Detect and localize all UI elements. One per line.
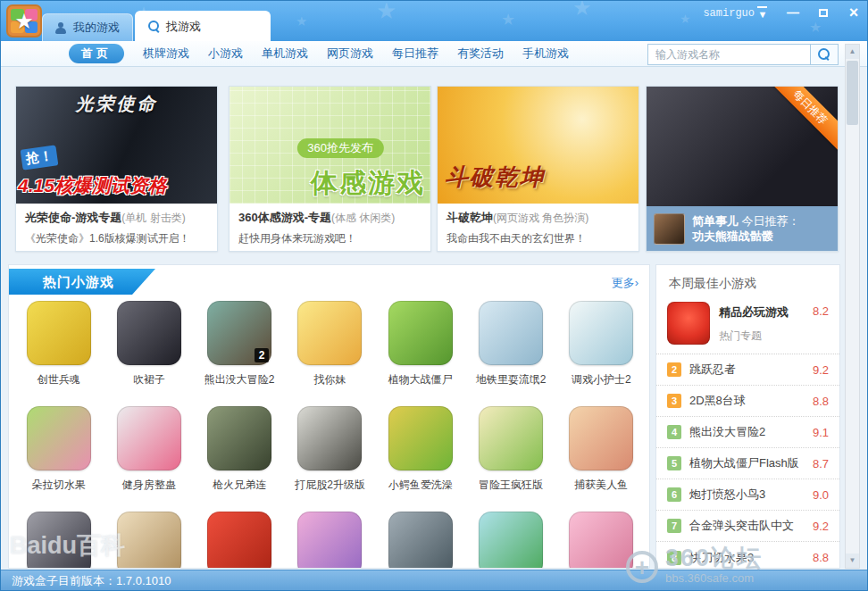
tab-my-games[interactable]: 我的游戏	[42, 13, 133, 41]
search-input[interactable]	[647, 44, 810, 65]
ranked-game-item[interactable]: 7 合金弹头突击队中文 9.2	[656, 511, 839, 542]
game-item[interactable]	[13, 512, 104, 569]
version-text: 游戏盒子目前版本：1.7.0.1010	[12, 574, 171, 587]
banner-title: 光荣使命-游戏专题	[25, 211, 121, 224]
banner-desc: 《光荣使命》1.6版核爆测试开启！	[25, 231, 208, 246]
ranked-game-item[interactable]: 6 炮打愤怒小鸟3 9.0	[656, 479, 839, 511]
game-icon	[569, 301, 633, 365]
ranked-game-item[interactable]: 3 2D黑8台球 8.8	[656, 386, 839, 417]
nav-mini-games[interactable]: 小游戏	[208, 46, 243, 62]
ranked-game-score: 8.8	[813, 551, 829, 564]
game-item[interactable]: 打屁股2升级版	[285, 406, 375, 493]
game-item[interactable]: 植物大战僵尸	[375, 301, 465, 387]
game-item[interactable]: 朵拉切水果	[13, 406, 104, 493]
game-item[interactable]: 枪火兄弟连	[195, 406, 285, 493]
banner-category: (网页游戏 角色扮演)	[493, 212, 588, 224]
star-decoration	[572, 0, 592, 21]
star-decoration	[809, 19, 822, 36]
ranked-game-item[interactable]: 8 快刀切水果3 8.8	[656, 542, 839, 569]
game-item[interactable]: 健身房整蛊	[104, 406, 194, 493]
game-name: 创世兵魂	[13, 372, 104, 387]
game-icon	[388, 512, 453, 569]
vertical-scrollbar[interactable]: ▲ ▼	[845, 44, 860, 569]
scrollbar-thumb[interactable]	[847, 61, 858, 125]
ranked-game-item[interactable]: 4 熊出没大冒险2 9.1	[656, 417, 839, 448]
ranked-game-name: 炮打愤怒小鸟3	[689, 487, 813, 503]
nav-daily-picks[interactable]: 每日推荐	[392, 46, 438, 62]
game-item[interactable]: 冒险王疯狂版	[465, 406, 555, 493]
banner-glorious-mission[interactable]: 光荣使命 抢！ 4.15核爆测试资格 光荣使命-游戏专题(单机 射击类) 《光荣…	[15, 86, 218, 252]
nav-prize-events[interactable]: 有奖活动	[457, 46, 504, 62]
banner-desc: 我命由我不由天的玄幻世界！	[447, 231, 630, 246]
scroll-up-button[interactable]: ▲	[846, 45, 859, 59]
ranked-game-score: 9.1	[813, 426, 829, 439]
rank-badge: 3	[667, 394, 681, 408]
featured-subtitle: 热门专题	[719, 329, 829, 344]
nav-home-button[interactable]: 首页	[69, 44, 124, 63]
game-icon	[479, 512, 543, 569]
ranked-game-item[interactable]: 2 跳跃忍者 9.2	[656, 354, 839, 386]
banner-category: (体感 休闲类)	[331, 212, 395, 224]
ranked-game-name: 合金弹头突击队中文	[689, 518, 813, 534]
avatar	[654, 213, 685, 245]
game-item[interactable]: 地铁里耍流氓2	[465, 301, 555, 387]
ranked-game-score: 9.2	[813, 363, 829, 377]
game-name: 调戏小护士2	[556, 372, 647, 387]
game-item[interactable]: 捕获美人鱼	[556, 406, 647, 493]
game-item[interactable]	[104, 512, 194, 569]
ranked-game-score: 8.7	[813, 457, 829, 470]
game-icon	[297, 301, 362, 365]
banner-desc: 赶快用身体来玩游戏吧！	[238, 231, 421, 246]
game-name: 植物大战僵尸	[375, 372, 465, 387]
ranked-game-name: 2D黑8台球	[689, 393, 813, 409]
banner-logo-text: 斗破乾坤	[445, 162, 545, 193]
banner-daily-pick[interactable]: 每日推荐 简单事儿 今日推荐： 功夫熊猫战骷髅	[646, 86, 839, 252]
game-item[interactable]: 找你妹	[285, 301, 375, 387]
tab-find-games[interactable]: 找游戏	[135, 11, 271, 41]
ranked-game-name: 熊出没大冒险2	[689, 424, 813, 440]
star-decoration	[680, 12, 691, 26]
featured-item[interactable]: 精品必玩游戏 8.2 热门专题	[656, 300, 839, 354]
banner-motion-games[interactable]: 360抢先发布 体感游戏 360体感游戏-专题(体感 休闲类) 赶快用身体来玩游…	[229, 86, 431, 252]
search-button[interactable]	[810, 44, 839, 65]
ranked-game-item[interactable]: 5 植物大战僵尸Flash版 8.7	[656, 448, 839, 479]
game-item[interactable]	[285, 512, 375, 569]
banner-title: 360体感游戏-专题	[238, 211, 331, 224]
scroll-down-button[interactable]: ▼	[846, 554, 859, 568]
maximize-button[interactable]	[815, 4, 831, 21]
close-button[interactable]: ×	[846, 4, 862, 21]
sidebar-title: 本周最佳小游戏	[656, 265, 839, 300]
game-item[interactable]: 小鳄鱼爱洗澡	[375, 406, 465, 493]
ranked-game-name: 植物大战僵尸Flash版	[689, 455, 813, 471]
game-item[interactable]: 吹裙子	[104, 301, 194, 387]
banner-desc: 功夫熊猫战骷髅	[692, 229, 800, 244]
game-item[interactable]	[465, 512, 555, 569]
banner-doupo-qiankun[interactable]: 斗破乾坤 斗破乾坤(网页游戏 角色扮演) 我命由我不由天的玄幻世界！	[437, 86, 639, 252]
app-logo[interactable]: ★	[6, 4, 42, 37]
game-item[interactable]	[556, 512, 647, 569]
nav-web-games[interactable]: 网页游戏	[327, 46, 373, 62]
nav-pc-games[interactable]: 单机游戏	[262, 46, 308, 62]
game-item[interactable]	[195, 512, 285, 569]
nav-mobile-games[interactable]: 手机游戏	[522, 46, 569, 62]
search-box	[647, 44, 839, 65]
game-name: 找你妹	[285, 372, 375, 387]
game-item[interactable]: 创世兵魂	[13, 301, 104, 387]
chevron-down-icon: ▼	[758, 9, 768, 20]
game-item[interactable]: 调戏小护士2	[556, 301, 647, 387]
game-icon	[27, 406, 91, 470]
skin-menu-button[interactable]: ▼	[755, 4, 771, 21]
person-icon	[55, 22, 67, 34]
banner-image: 斗破乾坤	[438, 87, 638, 204]
featured-score: 8.2	[813, 304, 829, 320]
nav-board-games[interactable]: 棋牌游戏	[143, 46, 189, 62]
more-label: 更多	[612, 276, 635, 289]
rank-badge: 6	[667, 487, 681, 502]
minimize-button[interactable]: —	[785, 4, 801, 21]
more-link[interactable]: 更多›	[612, 275, 638, 291]
game-item[interactable]	[375, 512, 465, 569]
game-icon	[479, 406, 543, 470]
game-icon	[297, 406, 362, 470]
game-item[interactable]: 2熊出没大冒险2	[195, 301, 285, 387]
rank-badge: 5	[667, 456, 681, 470]
